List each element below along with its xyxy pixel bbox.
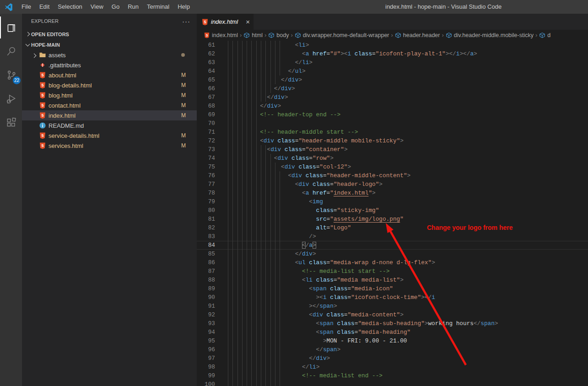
code-line-96[interactable]: 96</span> — [197, 345, 588, 354]
code-line-85[interactable]: 85</div> — [197, 250, 588, 258]
code-line-88[interactable]: 88<li class="media media-list"> — [197, 276, 588, 284]
extensions-icon[interactable] — [0, 112, 22, 134]
activity-bar: 22 — [0, 14, 22, 386]
code-line-91[interactable]: 91></span> — [197, 302, 588, 310]
tree-item-assets[interactable]: assets — [22, 50, 197, 60]
search-icon[interactable] — [0, 40, 22, 62]
code-line-75[interactable]: 75<div class="col-12"> — [197, 163, 588, 171]
breadcrumb-item[interactable]: div.wrapper.home-default-wrapper — [295, 32, 389, 38]
file-tree: assets.gitattributes5about.htmlM5blog-de… — [22, 50, 197, 151]
git-modified-badge: M — [181, 92, 186, 98]
code-line-66[interactable]: 66</div> — [197, 84, 588, 93]
code-editor[interactable]: 61<li>62<a href="#"><i class="icofont-pl… — [197, 40, 588, 386]
code-line-81[interactable]: 81src="assets/img/logo.png" — [197, 215, 588, 223]
code-line-62[interactable]: 62<a href="#"><i class="icofont-play-alt… — [197, 49, 588, 58]
code-line-78[interactable]: 78<a href="index.html"> — [197, 189, 588, 197]
code-line-86[interactable]: 86<ul class="media-wrap d-none d-lg-flex… — [197, 258, 588, 267]
file-label: contact.html — [49, 102, 81, 109]
code-line-63[interactable]: 63</li> — [197, 58, 588, 67]
line-number: 94 — [197, 328, 215, 337]
explorer-icon[interactable] — [0, 16, 22, 38]
html-file-icon: 5 — [201, 18, 209, 26]
breadcrumb-item[interactable]: d — [539, 32, 550, 38]
code-line-79[interactable]: 79<img — [197, 197, 588, 206]
tree-item-readme-md[interactable]: README.md — [22, 120, 197, 130]
tree-item-blog-html[interactable]: 5blog.htmlM — [22, 90, 197, 100]
line-number: 68 — [197, 102, 215, 110]
code-line-71[interactable]: 71<!-- header-middle start --> — [197, 128, 588, 136]
menu-go[interactable]: Go — [108, 0, 124, 14]
root-folder-section[interactable]: HOPE-MAIN — [22, 40, 197, 50]
line-number: 84 — [197, 241, 215, 250]
code-line-72[interactable]: 72<div class="header-middle mobile-stick… — [197, 136, 588, 145]
tree-item-blog-details-html[interactable]: 5blog-details.htmlM — [22, 80, 197, 90]
code-line-95[interactable]: 95>MON - FRI: 9.00 - 21.00 — [197, 337, 588, 345]
code-line-100[interactable]: 100 — [197, 380, 588, 386]
explorer-actions-ellipsis[interactable]: ··· — [182, 17, 190, 25]
file-label: assets — [49, 52, 66, 59]
code-line-97[interactable]: 97</div> — [197, 354, 588, 363]
menu-help[interactable]: Help — [173, 0, 194, 14]
tree-item-about-html[interactable]: 5about.htmlM — [22, 70, 197, 80]
menu-terminal[interactable]: Terminal — [143, 0, 173, 14]
tree-item-services-html[interactable]: 5services.htmlM — [22, 141, 197, 151]
code-line-98[interactable]: 98</li> — [197, 363, 588, 371]
line-number: 97 — [197, 354, 215, 363]
editor-group: 5 index.html × 5index.html›html›body›div… — [197, 14, 588, 386]
svg-text:5: 5 — [42, 133, 44, 138]
code-line-84[interactable]: 84</a> — [197, 241, 588, 250]
menu-bar: FileEditSelectionViewGoRunTerminalHelp — [17, 0, 194, 14]
code-line-61[interactable]: 61<li> — [197, 41, 588, 49]
code-line-89[interactable]: 89<span class="media-icon" — [197, 284, 588, 293]
code-line-87[interactable]: 87<!-- media-list start --> — [197, 267, 588, 276]
menu-edit[interactable]: Edit — [35, 0, 54, 14]
code-line-83[interactable]: 83/> — [197, 232, 588, 241]
menu-view[interactable]: View — [86, 0, 108, 14]
tab-index-html[interactable]: 5 index.html × — [197, 14, 254, 30]
html-file-icon: 5 — [39, 92, 46, 99]
code-line-70[interactable]: 70 — [197, 119, 588, 128]
tree-item-index-html[interactable]: 5index.htmlM — [22, 110, 197, 120]
code-line-68[interactable]: 68</div> — [197, 102, 588, 110]
code-line-99[interactable]: 99<!-- media-list end --> — [197, 371, 588, 380]
code-line-65[interactable]: 65</div> — [197, 76, 588, 84]
modified-contents-dot — [181, 53, 185, 57]
line-number: 63 — [197, 58, 215, 67]
run-debug-icon[interactable] — [0, 88, 22, 110]
breadcrumb-item[interactable]: header.header — [395, 32, 440, 38]
menu-selection[interactable]: Selection — [54, 0, 86, 14]
file-label: services.html — [49, 142, 83, 149]
tree-item--gitattributes[interactable]: .gitattributes — [22, 60, 197, 70]
code-line-77[interactable]: 77<div class="header-logo"> — [197, 180, 588, 189]
line-number: 61 — [197, 41, 215, 49]
code-line-64[interactable]: 64</ul> — [197, 67, 588, 76]
code-line-74[interactable]: 74<div class="row"> — [197, 154, 588, 163]
open-editors-section[interactable]: OPEN EDITORS — [22, 28, 197, 40]
breadcrumb-item[interactable]: div.header-middle.mobile-sticky — [446, 32, 534, 38]
line-number: 73 — [197, 145, 215, 154]
breadcrumb-item[interactable]: 5index.html — [204, 32, 238, 38]
breadcrumb-item[interactable]: html — [243, 32, 263, 38]
code-line-80[interactable]: 80class="sticky-img" — [197, 206, 588, 215]
breadcrumb-item[interactable]: body — [268, 32, 289, 38]
code-line-94[interactable]: 94<span class="media-heading" — [197, 328, 588, 337]
line-number: 88 — [197, 276, 215, 284]
source-control-icon[interactable]: 22 — [0, 64, 22, 86]
menu-file[interactable]: File — [17, 0, 35, 14]
code-line-73[interactable]: 73<div class="container"> — [197, 145, 588, 154]
menu-run[interactable]: Run — [124, 0, 143, 14]
code-line-69[interactable]: 69<!-- header-top end --> — [197, 110, 588, 119]
html-file-icon: 5 — [39, 132, 46, 139]
code-line-76[interactable]: 76<div class="header-middle-content"> — [197, 171, 588, 180]
tab-bar: 5 index.html × — [197, 14, 588, 30]
code-line-67[interactable]: 67</div> — [197, 93, 588, 102]
tree-item-service-details-html[interactable]: 5service-details.htmlM — [22, 130, 197, 141]
code-line-82[interactable]: 82alt="Logo" — [197, 223, 588, 232]
git-file-icon — [39, 61, 46, 69]
code-line-93[interactable]: 93<span class="media-sub-heading">workin… — [197, 319, 588, 328]
tab-close-icon[interactable]: × — [246, 18, 250, 25]
file-label: blog.html — [49, 92, 73, 99]
tree-item-contact-html[interactable]: 5contact.htmlM — [22, 100, 197, 110]
code-line-92[interactable]: 92<div class="media-content"> — [197, 310, 588, 319]
code-line-90[interactable]: 90><i class="icofont-clock-time"></i — [197, 293, 588, 302]
